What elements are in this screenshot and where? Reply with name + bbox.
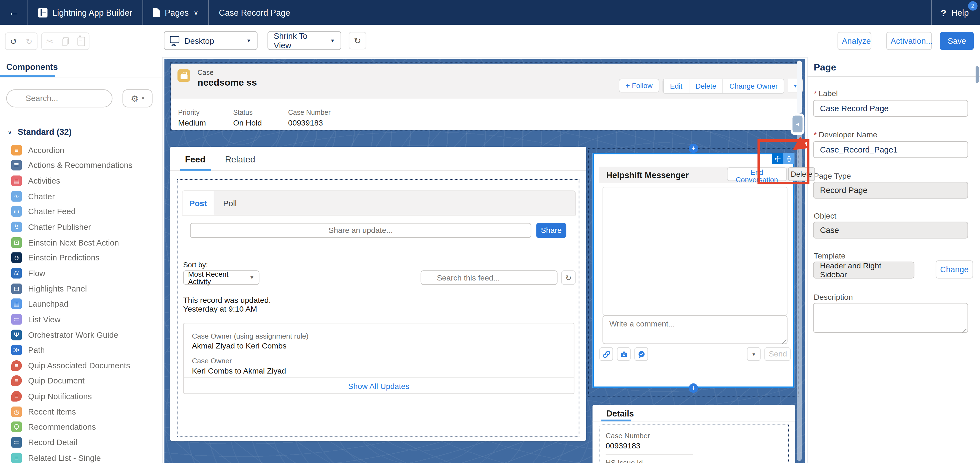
component-list-item[interactable]: ≔ Record Detail (0, 434, 162, 450)
label-field-input[interactable] (813, 100, 968, 117)
developer-name-input[interactable] (813, 141, 968, 158)
comment-textarea[interactable] (603, 316, 788, 344)
cut-button[interactable]: ✂ (42, 33, 57, 49)
delete-component-button[interactable] (783, 153, 794, 164)
app-builder-icon (38, 8, 48, 17)
analyze-button[interactable]: Analyze (838, 32, 871, 50)
quick-text-button[interactable] (635, 347, 648, 361)
tab-feed[interactable]: Feed (185, 154, 205, 164)
canvas-scrollbar-thumb[interactable] (797, 60, 802, 114)
field-value: Medium (178, 119, 233, 127)
component-list-item[interactable]: ◷ Recent Items (0, 404, 162, 419)
record-action-button[interactable]: Change Owner (723, 79, 784, 93)
show-all-updates-link[interactable]: Show All Updates (184, 382, 574, 391)
component-list-item[interactable]: ≡ Related List - Single (0, 450, 162, 463)
paste-button[interactable] (73, 33, 89, 49)
copy-button[interactable] (57, 33, 73, 49)
component-list-item[interactable]: ∿ Chatter (0, 189, 162, 204)
tab-post[interactable]: Post (182, 191, 214, 215)
section-standard-toggle[interactable]: ∨ Standard (32) (8, 127, 72, 137)
end-conversation-button[interactable]: End Conversation (727, 167, 787, 181)
activation-button[interactable]: Activation... (886, 32, 932, 50)
field-label: Status (233, 109, 288, 116)
back-button[interactable]: ← (0, 0, 27, 25)
feed-item-card: Case Owner (using assignment rule) Akmal… (183, 323, 574, 394)
refresh-canvas-button[interactable]: ↻ (349, 32, 366, 49)
feed-refresh-button[interactable]: ↻ (561, 270, 576, 285)
component-list-item[interactable]: ≫ Path (0, 342, 162, 358)
highlight-field: Priority Medium (178, 109, 233, 127)
page-type-label: Page Type (814, 172, 851, 181)
add-component-handle-top[interactable]: + (689, 143, 698, 153)
component-icon: ◷ (11, 406, 22, 417)
undo-button[interactable]: ↺ (5, 33, 21, 49)
pages-menu[interactable]: Pages ∨ (143, 0, 208, 25)
component-list-item[interactable]: ≡ Quip Document (0, 373, 162, 388)
feed-update-time: Yesterday at 9:10 AM (183, 305, 257, 314)
view-select[interactable]: Shrink To View ▼ (267, 31, 341, 50)
component-icon: ≡ (11, 452, 22, 463)
resize-handle[interactable] (781, 337, 787, 343)
component-list-item[interactable]: ≣ Actions & Recommendations (0, 158, 162, 173)
component-list-item[interactable]: ☺ Einstein Predictions (0, 250, 162, 265)
resize-handle[interactable] (961, 327, 967, 332)
component-list-item[interactable]: ≡ Quip Associated Documents (0, 358, 162, 373)
panel-scrollbar-thumb[interactable] (975, 66, 978, 83)
change-template-button[interactable]: Change (935, 260, 973, 279)
attach-photo-button[interactable] (617, 347, 631, 361)
settings-dropdown-button[interactable]: ⚙ ▾ (123, 89, 153, 107)
tab-details[interactable]: Details (606, 409, 634, 419)
sort-select[interactable]: Most Recent Activity ▼ (183, 270, 259, 285)
copy-icon (62, 37, 69, 45)
share-update-input[interactable] (190, 223, 531, 238)
component-list-item[interactable]: Ψ Orchestrator Work Guide (0, 327, 162, 342)
send-button[interactable]: Send (764, 347, 791, 361)
save-button[interactable]: Save (940, 32, 974, 50)
component-icon: ≡ (11, 391, 22, 402)
component-list-item[interactable]: ◖◗ Chatter Feed (0, 204, 162, 219)
component-label: Recent Items (28, 407, 76, 416)
feed-component[interactable]: Post Poll Share Sort by: Most Recent Act… (177, 179, 579, 436)
component-list-item[interactable]: ≡ Quip Notifications (0, 388, 162, 404)
share-button[interactable]: Share (536, 223, 566, 238)
feed-search-input[interactable] (421, 270, 558, 285)
record-action-button[interactable]: Edit (663, 79, 689, 93)
caret-down-icon: ▼ (752, 352, 756, 356)
component-label: Actions & Recommendations (28, 161, 132, 170)
component-label: Chatter Feed (28, 207, 75, 216)
panel-title: Page (814, 62, 836, 73)
component-list-item[interactable]: ⊟ Highlights Panel (0, 281, 162, 296)
collapse-panel-button[interactable]: ◀ (792, 116, 802, 132)
component-list-item[interactable]: ▦ Launchpad (0, 296, 162, 312)
component-list-item[interactable]: ≔ List View (0, 312, 162, 327)
caret-down-icon: ▼ (246, 38, 251, 43)
component-list-item[interactable]: Ϙ Recommendations (0, 419, 162, 434)
page-type-value: Record Page (813, 182, 968, 198)
attach-link-button[interactable] (599, 347, 613, 361)
gear-icon: ⚙ (131, 93, 138, 103)
description-textarea[interactable] (813, 303, 968, 333)
component-list-item[interactable]: ⊡ Einstein Next Best Action (0, 235, 162, 250)
add-component-handle-bottom[interactable]: + (689, 383, 698, 393)
messenger-component-selected[interactable]: Helpshift Messenger End Conversation (593, 153, 795, 388)
divider (593, 421, 795, 422)
device-select[interactable]: Desktop ▼ (164, 31, 257, 50)
component-label: Record Detail (28, 438, 78, 447)
component-list-item[interactable]: ≋ Flow (0, 265, 162, 281)
tab-poll[interactable]: Poll (223, 198, 237, 208)
follow-button[interactable]: + Follow (619, 79, 660, 92)
help-menu[interactable]: ? Help 2 (932, 0, 980, 25)
tab-related[interactable]: Related (225, 154, 255, 164)
tab-components[interactable]: Components (6, 62, 58, 72)
component-list-item[interactable]: ≡ Accordion (0, 142, 162, 158)
redo-button[interactable]: ↻ (21, 33, 37, 49)
component-search-input[interactable] (6, 89, 113, 107)
record-detail-component[interactable]: Case Number 00939183 HS Issue Id (599, 425, 789, 463)
component-icon: ≡ (11, 145, 22, 155)
send-options-dropdown[interactable]: ▼ (747, 347, 761, 361)
component-list-item[interactable]: ↯ Chatter Publisher (0, 219, 162, 235)
record-action-button[interactable]: Delete (689, 79, 722, 93)
move-component-button[interactable] (772, 153, 783, 164)
collapse-left-icon: ◀ (796, 121, 799, 126)
component-list-item[interactable]: ▤ Activities (0, 173, 162, 189)
